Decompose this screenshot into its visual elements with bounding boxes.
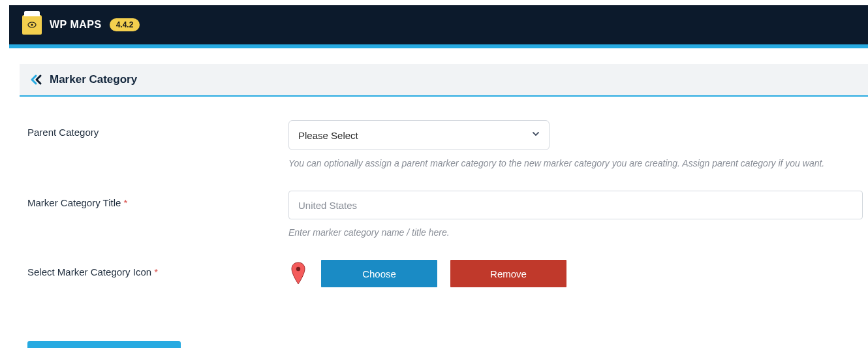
- brand-name: WP MAPS: [50, 19, 102, 31]
- category-title-input[interactable]: [288, 191, 863, 219]
- version-badge: 4.4.2: [110, 18, 140, 31]
- brand-logo-icon: [22, 15, 42, 35]
- category-title-label: Marker Category Title *: [27, 191, 288, 208]
- save-button[interactable]: SAVE MARKER CATEGORY: [27, 341, 181, 348]
- choose-icon-button[interactable]: Choose: [321, 260, 437, 287]
- category-title-help: Enter marker category name / title here.: [288, 227, 868, 238]
- category-title-row: Marker Category Title * Enter marker cat…: [27, 191, 868, 238]
- page-content: Marker Category Parent Category Please S…: [9, 48, 868, 348]
- parent-category-select[interactable]: Please Select: [288, 120, 550, 150]
- marker-pin-icon: [288, 261, 308, 287]
- app-header: WP MAPS 4.4.2: [0, 0, 868, 44]
- chevron-left-icon: [30, 73, 43, 86]
- parent-category-help: You can optionally assign a parent marke…: [288, 158, 868, 168]
- panel-title: Marker Category: [50, 73, 137, 86]
- parent-category-row: Parent Category Please Select You can op…: [27, 120, 868, 168]
- parent-category-label: Parent Category: [27, 120, 288, 138]
- panel-header: Marker Category: [20, 64, 868, 97]
- svg-point-2: [296, 267, 300, 271]
- category-icon-row: Select Marker Category Icon * Choose Rem…: [27, 260, 868, 287]
- category-icon-label: Select Marker Category Icon *: [27, 260, 288, 277]
- remove-icon-button[interactable]: Remove: [450, 260, 566, 287]
- svg-point-1: [31, 24, 33, 25]
